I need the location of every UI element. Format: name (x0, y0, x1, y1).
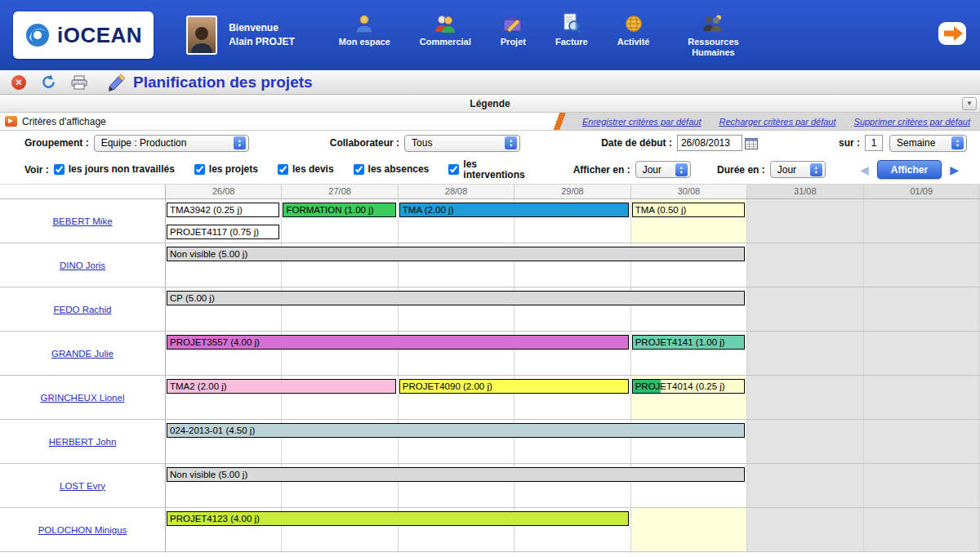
employee-name-cell: POLOCHON Minigus (0, 508, 166, 551)
employee-link[interactable]: DINO Joris (60, 261, 105, 270)
task-bar[interactable]: CP (5.00 j) (167, 291, 745, 305)
employee-name-cell: BEBERT Mike (0, 199, 166, 243)
nav-mon-espace[interactable]: Mon espace (339, 13, 390, 47)
groupement-select[interactable]: Equipe : Production ▲▼ (94, 135, 249, 152)
interventions-checkbox[interactable] (448, 164, 459, 175)
employee-link[interactable]: BEBERT Mike (52, 216, 112, 226)
criteria-divider (548, 113, 572, 130)
logout-button[interactable] (938, 21, 967, 49)
user-name: Alain PROJET (229, 35, 295, 49)
nav-commercial[interactable]: Commercial (420, 13, 471, 47)
checkbox-absences[interactable]: les absences (354, 164, 430, 175)
nav-facture[interactable]: Facture (555, 13, 588, 47)
criteria-links: Enregistrer critères par défaut Recharge… (572, 113, 980, 130)
projets-checkbox[interactable] (194, 164, 205, 175)
task-bar[interactable]: TMA (2.00 j) (399, 203, 629, 217)
employee-link[interactable]: LOST Evry (60, 481, 105, 491)
checkbox-label: les absences (368, 164, 430, 175)
employee-name-cell: GRINCHEUX Lionel (0, 376, 166, 419)
task-lane: PROJET3557 (4.00 j)PROJET4141 (1.00 j) (166, 332, 980, 354)
page-title: Planification des projets (133, 74, 313, 91)
criteria-icon (5, 116, 17, 127)
task-bar[interactable]: 024-2013-01 (4.50 j) (167, 423, 745, 438)
save-criteria-link[interactable]: Enregistrer critères par défaut (582, 117, 702, 127)
devis-checkbox[interactable] (278, 164, 288, 175)
task-bar[interactable]: FORMATION (1.00 j) (283, 203, 395, 217)
task-bar[interactable]: PROJET4117 (0.75 j) (167, 225, 279, 239)
checkbox-jours-non-travailles[interactable]: les jours non travaillés (54, 164, 175, 175)
iocean-logo-icon (24, 22, 51, 48)
task-bar[interactable]: PROJET3557 (4.00 j) (167, 335, 629, 350)
task-lane: PROJET4123 (4.00 j) (166, 508, 980, 530)
employee-days-area: PROJET4123 (4.00 j) (166, 508, 980, 551)
task-bar[interactable]: TMA3942 (0.25 j) (167, 203, 279, 217)
calendar-icon[interactable] (745, 137, 758, 149)
nav-label: Projet (501, 37, 526, 47)
next-period-icon[interactable]: ▶ (950, 163, 959, 176)
nav-ressources-humaines[interactable]: Ressources Humaines (679, 13, 747, 58)
duree-en-select[interactable]: Jour ▲▼ (770, 161, 826, 178)
collaborateur-value: Tous (412, 137, 432, 149)
sur-input[interactable] (865, 135, 883, 151)
checkbox-label: les jours non travaillés (69, 164, 175, 175)
delete-criteria-link[interactable]: Supprimer critères par défaut (854, 117, 970, 127)
filter-row-1: Groupement : Equipe : Production ▲▼ Coll… (0, 131, 980, 155)
legend-expand-icon[interactable]: ▼ (962, 97, 977, 110)
filter-row-2: Voir : les jours non travaillés les proj… (0, 155, 980, 185)
employee-days-area: Non visible (5.00 j) (166, 464, 980, 507)
task-bar[interactable]: PROJET4014 (0.25 j) (632, 379, 745, 394)
periode-select[interactable]: Semaine ▲▼ (889, 135, 967, 152)
task-bar[interactable]: PROJET4090 (2.00 j) (399, 379, 629, 394)
task-bar[interactable]: TMA (0.50 j) (632, 203, 745, 217)
task-bar[interactable]: Non visible (5.00 j) (167, 467, 745, 482)
nav-label: Mon espace (339, 37, 390, 47)
employee-link[interactable]: HERBERT John (49, 437, 117, 447)
reload-criteria-link[interactable]: Recharger critères par défaut (719, 117, 835, 127)
refresh-icon[interactable] (41, 74, 56, 90)
afficher-button[interactable]: Afficher (877, 160, 942, 179)
collaborateur-label: Collaborateur : (330, 137, 399, 149)
toolbar: × Planification des projets (0, 70, 980, 95)
absences-checkbox[interactable] (354, 164, 364, 175)
checkbox-interventions[interactable]: les interventions (448, 159, 527, 180)
employee-row: FEDO RachidCP (5.00 j) (0, 287, 980, 332)
task-bar[interactable]: PROJET4141 (1.00 j) (632, 335, 745, 350)
nav-activite[interactable]: Activité (617, 13, 650, 47)
checkbox-projets[interactable]: les projets (194, 164, 258, 175)
logo[interactable]: iOCEAN (13, 11, 154, 59)
task-bar[interactable]: TMA2 (2.00 j) (167, 379, 396, 394)
task-lane: TMA3942 (0.25 j)FORMATION (1.00 j)TMA (2… (166, 199, 980, 221)
facture-icon (561, 13, 582, 34)
day-header: 28/08 (399, 185, 514, 198)
task-bar[interactable]: Non visible (5.00 j) (167, 247, 745, 261)
task-bar[interactable]: PROJET4123 (4.00 j) (167, 511, 629, 526)
sur-label: sur : (839, 137, 860, 149)
employee-link[interactable]: POLOCHON Minigus (38, 525, 127, 535)
previous-period-icon[interactable]: ◀ (860, 163, 869, 176)
close-icon[interactable]: × (11, 75, 26, 90)
checkbox-devis[interactable]: les devis (278, 164, 334, 175)
day-header: 30/08 (631, 185, 747, 198)
employee-link[interactable]: GRINCHEUX Lionel (41, 393, 125, 403)
employee-name-cell: FEDO Rachid (0, 287, 166, 331)
print-icon[interactable] (71, 75, 87, 90)
grid-body: BEBERT MikeTMA3942 (0.25 j)FORMATION (1.… (0, 199, 980, 552)
jours-non-travailles-checkbox[interactable] (54, 164, 65, 175)
grid-header: 26/0827/0828/0829/0830/0831/0801/09 (166, 185, 980, 198)
date-debut-input[interactable] (677, 135, 742, 151)
collaborateur-select[interactable]: Tous ▲▼ (404, 135, 520, 152)
planning-icon (107, 74, 127, 91)
afficher-en-select[interactable]: Jour ▲▼ (635, 161, 691, 178)
welcome-block: Bienvenue Alain PROJET (229, 21, 295, 49)
task-lane (166, 265, 980, 287)
user-avatar[interactable] (186, 16, 217, 55)
employee-days-area: TMA3942 (0.25 j)FORMATION (1.00 j)TMA (2… (166, 199, 980, 243)
legend-bar[interactable]: Légende ▼ (0, 95, 980, 113)
day-header: 01/09 (864, 185, 980, 198)
employee-row: HERBERT John024-2013-01 (4.50 j) (0, 420, 980, 464)
nav-projet[interactable]: Projet (501, 13, 526, 47)
employee-link[interactable]: FEDO Rachid (54, 305, 112, 314)
employee-link[interactable]: GRANDE Julie (51, 349, 114, 359)
nav-label: Facture (555, 37, 588, 47)
logout-icon (938, 21, 967, 46)
